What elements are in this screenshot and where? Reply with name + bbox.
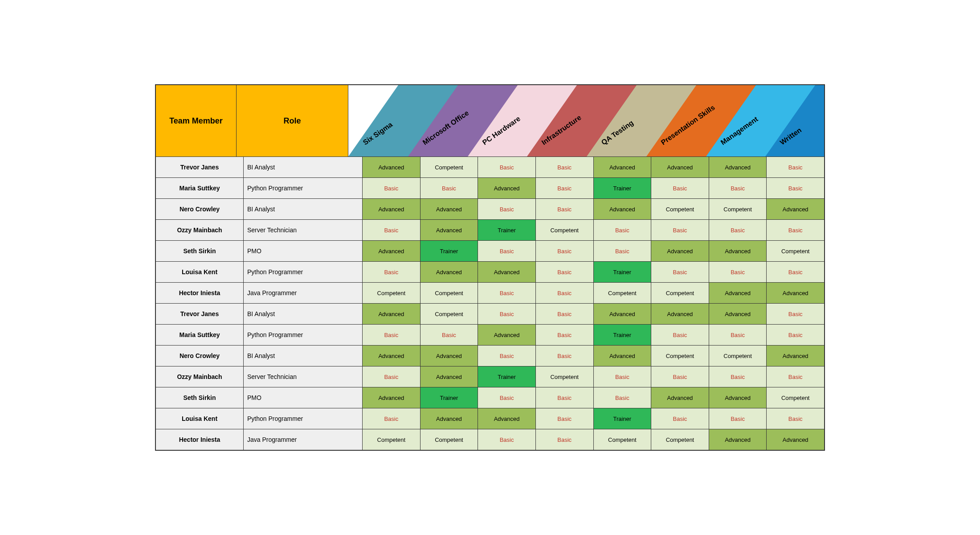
skill-cell: Basic <box>536 262 594 282</box>
skills-matrix: Team Member Role Six SigmaMicrosoft Offi… <box>155 84 825 451</box>
skill-cell: Competent <box>421 304 478 324</box>
skill-cell: Trainer <box>478 366 536 387</box>
skill-cell: Advanced <box>594 157 652 177</box>
member-name: Maria Suttkey <box>156 325 244 345</box>
skill-cell: Advanced <box>709 304 767 324</box>
skill-cell: Competent <box>421 429 478 450</box>
skill-cell: Advanced <box>594 304 652 324</box>
skill-cell: Basic <box>709 408 767 429</box>
skill-cell: Basic <box>767 366 824 387</box>
table-row: Trevor JanesBI AnalystAdvancedCompetentB… <box>156 157 824 178</box>
skill-cell: Basic <box>536 346 594 366</box>
member-role: Server Technician <box>244 220 363 240</box>
skill-cell: Basic <box>536 387 594 408</box>
table-row: Nero CrowleyBI AnalystAdvancedAdvancedBa… <box>156 199 824 220</box>
skill-cell: Basic <box>709 178 767 198</box>
skill-cell: Basic <box>536 199 594 219</box>
skill-cell: Competent <box>536 366 594 387</box>
header-role: Role <box>237 85 348 156</box>
skill-cell: Basic <box>767 304 824 324</box>
skill-cell: Basic <box>651 408 709 429</box>
skill-cell: Basic <box>478 429 536 450</box>
skill-cell: Advanced <box>363 346 421 366</box>
skill-cell: Basic <box>421 178 478 198</box>
skill-cell: Advanced <box>651 304 709 324</box>
skill-cell: Basic <box>709 262 767 282</box>
skill-cell: Basic <box>536 429 594 450</box>
skill-cell: Basic <box>709 220 767 240</box>
skill-cell: Advanced <box>767 346 824 366</box>
skill-cell: Trainer <box>594 325 652 345</box>
member-role: Python Programmer <box>244 325 363 345</box>
member-role: Server Technician <box>244 366 363 387</box>
skill-cell: Advanced <box>709 157 767 177</box>
skill-cell: Advanced <box>421 199 478 219</box>
skill-cell: Basic <box>536 304 594 324</box>
member-name: Nero Crowley <box>156 346 244 366</box>
skill-cell: Basic <box>767 408 824 429</box>
skill-cell: Basic <box>651 366 709 387</box>
member-name: Trevor Janes <box>156 157 244 177</box>
skill-cell: Basic <box>536 325 594 345</box>
member-role: BI Analyst <box>244 157 363 177</box>
skill-cell: Trainer <box>594 178 652 198</box>
skill-cell: Basic <box>363 325 421 345</box>
skill-cell: Basic <box>651 262 709 282</box>
skill-cell: Trainer <box>594 262 652 282</box>
skill-cell: Trainer <box>478 220 536 240</box>
skill-cell: Advanced <box>421 262 478 282</box>
skill-cell: Basic <box>651 220 709 240</box>
skill-cell: Basic <box>363 366 421 387</box>
member-name: Hector Iniesta <box>156 429 244 450</box>
skill-cell: Advanced <box>478 408 536 429</box>
skill-cell: Advanced <box>709 283 767 303</box>
table-row: Maria SuttkeyPython ProgrammerBasicBasic… <box>156 178 824 199</box>
skill-cell: Basic <box>536 178 594 198</box>
skill-cell: Basic <box>594 387 652 408</box>
skill-cell: Basic <box>767 262 824 282</box>
table-row: Louisa KentPython ProgrammerBasicAdvance… <box>156 262 824 283</box>
member-name: Nero Crowley <box>156 199 244 219</box>
member-name: Seth Sirkin <box>156 241 244 261</box>
header-team-member: Team Member <box>156 85 237 156</box>
table-row: Trevor JanesBI AnalystAdvancedCompetentB… <box>156 304 824 325</box>
skill-cell: Advanced <box>421 346 478 366</box>
member-name: Ozzy Mainbach <box>156 366 244 387</box>
skill-cell: Competent <box>421 157 478 177</box>
skill-cell: Basic <box>478 199 536 219</box>
skill-cell: Basic <box>594 366 652 387</box>
skill-cell: Advanced <box>478 178 536 198</box>
skill-cell: Trainer <box>421 387 478 408</box>
skill-cell: Basic <box>767 157 824 177</box>
skill-cell: Advanced <box>363 199 421 219</box>
skill-cell: Advanced <box>421 366 478 387</box>
skill-cell: Basic <box>594 220 652 240</box>
skill-cell: Advanced <box>767 199 824 219</box>
table-row: Seth SirkinPMOAdvancedTrainerBasicBasicB… <box>156 387 824 408</box>
skill-cell: Basic <box>594 241 652 261</box>
skill-cell: Advanced <box>478 325 536 345</box>
skill-cell: Competent <box>651 346 709 366</box>
skill-cell: Advanced <box>767 283 824 303</box>
skill-cell: Advanced <box>363 304 421 324</box>
member-name: Hector Iniesta <box>156 283 244 303</box>
skill-cell: Competent <box>767 241 824 261</box>
member-role: BI Analyst <box>244 304 363 324</box>
skill-cell: Competent <box>594 283 652 303</box>
skill-cell: Basic <box>421 325 478 345</box>
skill-cell: Competent <box>363 429 421 450</box>
skill-cell: Competent <box>709 346 767 366</box>
skill-cell: Advanced <box>709 387 767 408</box>
skill-cell: Advanced <box>363 241 421 261</box>
skill-cell: Advanced <box>421 220 478 240</box>
skill-cell: Basic <box>651 178 709 198</box>
member-name: Seth Sirkin <box>156 387 244 408</box>
member-role: BI Analyst <box>244 199 363 219</box>
skill-cell: Competent <box>651 199 709 219</box>
data-body: Trevor JanesBI AnalystAdvancedCompetentB… <box>156 157 824 450</box>
member-role: PMO <box>244 241 363 261</box>
skill-cell: Basic <box>478 283 536 303</box>
skill-cell: Competent <box>594 429 652 450</box>
skill-cell: Basic <box>478 157 536 177</box>
table-row: Nero CrowleyBI AnalystAdvancedAdvancedBa… <box>156 346 824 366</box>
